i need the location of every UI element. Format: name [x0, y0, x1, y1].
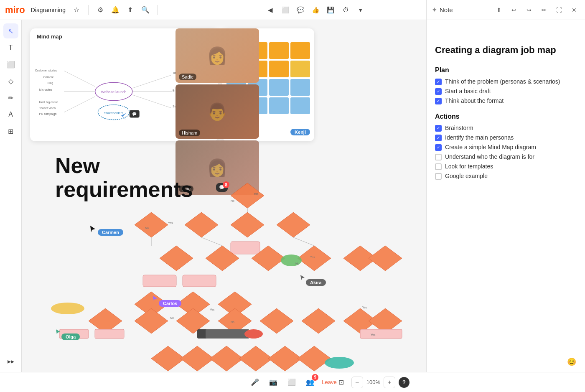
- participant-count-badge: 9: [312, 374, 318, 381]
- svg-marker-45: [252, 246, 285, 271]
- shape-tool[interactable]: ◇: [3, 74, 18, 89]
- rp-redo-icon[interactable]: ↪: [523, 4, 535, 16]
- svg-text:Content: Content: [43, 76, 53, 79]
- svg-rect-42: [231, 242, 260, 254]
- svg-text:No: No: [170, 316, 174, 319]
- emoji-icon[interactable]: 😊: [565, 355, 578, 369]
- comment-notification[interactable]: 💬 8: [216, 183, 228, 192]
- pen-tool[interactable]: ✏: [3, 90, 18, 105]
- bell-icon[interactable]: 🔔: [109, 4, 121, 16]
- svg-marker-62: [343, 308, 377, 333]
- screen-share-icon[interactable]: ⬜: [285, 376, 298, 389]
- zoom-level[interactable]: 100%: [366, 379, 380, 385]
- svg-rect-67: [206, 329, 249, 339]
- note-title: Creating a diagram job map: [435, 44, 577, 56]
- divider-1: [88, 5, 89, 15]
- text-tool[interactable]: T: [3, 40, 18, 55]
- timer-icon[interactable]: ⏱: [339, 3, 352, 17]
- center-tools: ◀ ⬜ 💬 👍 💾 ⏱ ▾: [264, 3, 367, 17]
- svg-text:Stakeholders: Stakeholders: [104, 111, 123, 115]
- svg-text:Customer stories: Customer stories: [35, 69, 57, 72]
- save-icon[interactable]: 💾: [324, 3, 337, 17]
- svg-marker-70: [151, 346, 185, 371]
- action-checkbox-2[interactable]: ✓: [435, 135, 442, 141]
- svg-marker-58: [176, 308, 210, 333]
- action-item-3: ✓ Create a simple Mind Map diagram: [435, 144, 577, 151]
- react-icon[interactable]: 👍: [309, 3, 322, 17]
- svg-rect-69: [360, 329, 402, 339]
- rp-edit-icon[interactable]: ✏: [538, 4, 550, 16]
- sticky-tool[interactable]: ⬜: [3, 57, 18, 72]
- settings-icon[interactable]: ⚙: [94, 4, 106, 16]
- svg-text:Yes: Yes: [210, 308, 215, 311]
- frame-tool[interactable]: ⊞: [3, 124, 18, 139]
- action-checkbox-5[interactable]: [435, 163, 442, 170]
- svg-marker-97: [56, 329, 60, 334]
- rp-undo-icon[interactable]: ↩: [508, 4, 520, 16]
- microphone-icon[interactable]: 🎤: [248, 376, 262, 389]
- video-sadie: 👩 Sadie: [176, 28, 259, 83]
- svg-point-55: [51, 303, 84, 314]
- action-checkbox-1[interactable]: ✓: [435, 125, 442, 132]
- search-icon[interactable]: 🔍: [140, 4, 151, 16]
- zoom-in-button[interactable]: +: [384, 377, 395, 388]
- upload-icon[interactable]: ⬆: [125, 4, 136, 16]
- rp-expand-icon[interactable]: ⛶: [553, 4, 565, 16]
- carlos-cursor: [152, 295, 159, 302]
- zoom-controls: ⊡ − 100% + ?: [335, 376, 410, 389]
- video-hisham: 👨 Hisham: [176, 84, 259, 139]
- main-area: ↖ T ⬜ ◇ ✏ A ⊞ ▸▸ Mind map Website launch: [0, 20, 585, 372]
- plan-item-1: ✓ Think of the problem (personas & scena…: [435, 78, 577, 85]
- action-checkbox-4[interactable]: [435, 154, 442, 160]
- svg-marker-72: [210, 346, 243, 371]
- plan-section-title: Plan: [435, 66, 577, 74]
- action-checkbox-3[interactable]: ✓: [435, 144, 442, 151]
- action-item-1: ✓ Brainstorm: [435, 125, 577, 132]
- rp-close-icon[interactable]: ✕: [568, 4, 580, 16]
- plan-checkbox-1[interactable]: ✓: [435, 79, 442, 85]
- svg-marker-75: [298, 346, 331, 371]
- plan-checkbox-2[interactable]: ✓: [435, 88, 442, 95]
- actions-checklist: ✓ Brainstorm ✓ Identify the main persona…: [435, 125, 577, 180]
- svg-text:Microsites: Microsites: [39, 88, 53, 91]
- svg-line-4: [132, 95, 172, 108]
- star-icon[interactable]: ☆: [71, 4, 82, 16]
- svg-marker-53: [176, 292, 210, 317]
- svg-text:Yes: Yes: [168, 221, 173, 224]
- more-tools-icon[interactable]: ▾: [354, 3, 367, 17]
- hisham-name: Hisham: [179, 130, 200, 136]
- svg-marker-71: [181, 346, 214, 371]
- plan-checkbox-3[interactable]: ✓: [435, 98, 442, 104]
- svg-line-81: [201, 237, 222, 246]
- svg-point-49: [281, 255, 302, 266]
- help-circle-icon[interactable]: ?: [399, 377, 410, 388]
- fit-screen-icon[interactable]: ⊡: [335, 376, 348, 389]
- more-tools-btn[interactable]: ▸▸: [3, 354, 18, 369]
- actions-section-title: Actions: [435, 113, 577, 120]
- miro-logo: miro: [5, 5, 25, 15]
- eraser-tool[interactable]: A: [3, 107, 18, 122]
- comment-icon[interactable]: 💬: [294, 3, 307, 17]
- svg-marker-40: [231, 212, 264, 237]
- action-checkbox-6[interactable]: [435, 173, 442, 180]
- svg-marker-96: [300, 275, 305, 280]
- bottom-toolbar: 🎤 📷 ⬜ 👥 9 Leave ⊡ − 100% + ?: [0, 372, 585, 392]
- top-toolbar: miro Diagramming ☆ ⚙ 🔔 ⬆ 🔍 ◀ ⬜ 💬 👍 💾 ⏱ ▾…: [0, 0, 585, 20]
- svg-point-68: [244, 329, 263, 339]
- camera-icon[interactable]: 📷: [267, 376, 280, 389]
- panel-bottom-icons: 😊 ?: [565, 355, 578, 372]
- rp-upload-icon[interactable]: ⬆: [493, 4, 505, 16]
- board-name[interactable]: Diagramming: [31, 7, 66, 13]
- frames-icon[interactable]: ⬜: [279, 3, 292, 17]
- plan-item-3: ✓ Think about the format: [435, 97, 577, 104]
- svg-marker-48: [369, 246, 402, 271]
- canvas-area[interactable]: Mind map Website launch Timing Brand Sal…: [22, 20, 426, 372]
- zoom-out-button[interactable]: −: [351, 377, 363, 388]
- divider-2: [157, 5, 158, 15]
- svg-marker-56: [89, 308, 122, 333]
- back-icon[interactable]: ◀: [264, 3, 277, 17]
- cursor-carlos: Carlos: [159, 300, 181, 307]
- svg-line-22: [64, 97, 95, 112]
- select-tool[interactable]: ↖: [3, 23, 18, 38]
- svg-marker-43: [160, 246, 193, 271]
